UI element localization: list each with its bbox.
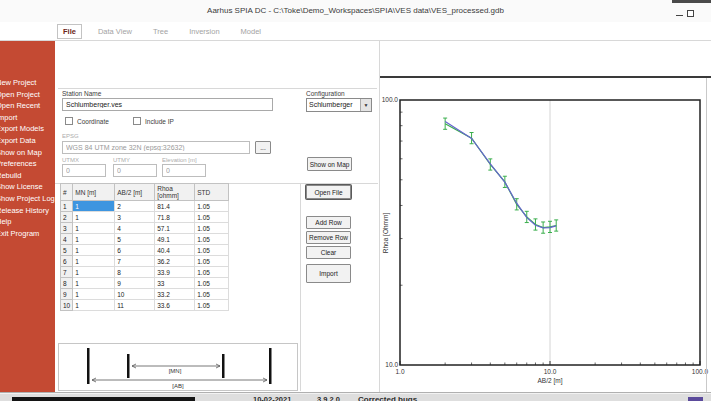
table-cell[interactable]: 1.05 (195, 300, 229, 311)
table-cell[interactable]: 1 (73, 212, 115, 223)
coordinate-checkbox[interactable] (65, 117, 73, 125)
table-cell[interactable]: 1 (73, 289, 115, 300)
sidebar-item-exit-program[interactable]: Exit Program (0, 228, 55, 240)
table-cell[interactable]: 1.05 (195, 223, 229, 234)
table-cell[interactable]: 1 (73, 234, 115, 245)
sidebar-item-rebuild[interactable]: Rebuild (0, 170, 55, 182)
table-cell[interactable]: 1.05 (195, 256, 229, 267)
table-cell[interactable]: 5 (115, 234, 155, 245)
taskbar-fragment (12, 397, 195, 401)
sidebar-item-help[interactable]: Help (0, 216, 55, 228)
table-cell[interactable]: 33 (155, 278, 195, 289)
station-name-label: Station Name (62, 90, 101, 97)
table-cell[interactable]: 1 (73, 267, 115, 278)
tab-data-view[interactable]: Data View (93, 25, 137, 38)
x-axis-title: AB/2 [m] (538, 377, 563, 385)
show-on-map-button[interactable]: Show on Map (307, 157, 352, 171)
tab-model[interactable]: Model (236, 25, 266, 38)
tab-inversion[interactable]: Inversion (184, 25, 224, 38)
clear-button[interactable]: Clear (306, 246, 351, 259)
station-name-input[interactable] (62, 98, 273, 111)
sidebar-item-open-project[interactable]: Open Project (0, 89, 55, 101)
maximize-icon[interactable] (687, 10, 694, 17)
row-header[interactable]: 4 (61, 234, 73, 245)
table-cell[interactable]: 8 (115, 267, 155, 278)
table-row: 11281.41.05 (61, 201, 229, 212)
tab-tree[interactable]: Tree (148, 25, 173, 38)
sidebar-item-preferences[interactable]: Preferences (0, 158, 55, 170)
row-header[interactable]: 10 (61, 300, 73, 311)
table-cell[interactable]: 2 (115, 201, 155, 212)
table-cell[interactable]: 11 (115, 300, 155, 311)
epsg-browse-button[interactable]: ... (255, 141, 271, 154)
background-window-edge (672, 0, 711, 3)
measurement-table[interactable]: #MN [m]AB/2 [m]Rhoa [ohmm]STD11281.41.05… (60, 183, 229, 311)
row-header[interactable]: 5 (61, 245, 73, 256)
minimize-icon[interactable] (676, 15, 683, 16)
sidebar-item-export-models[interactable]: Export Models (0, 123, 55, 135)
table-cell[interactable]: 36.2 (155, 256, 195, 267)
table-cell[interactable]: 1.05 (195, 212, 229, 223)
chevron-down-icon[interactable]: ▼ (360, 99, 371, 111)
row-header[interactable]: 8 (61, 278, 73, 289)
table-cell[interactable]: 1 (73, 300, 115, 311)
ab-arrow (92, 378, 267, 382)
import-button[interactable]: Import (306, 264, 351, 283)
background-window-strip: 10-02-2021 3.9.2.0 Corrected bugs (0, 393, 711, 401)
table-cell[interactable]: 1.05 (195, 245, 229, 256)
table-cell[interactable]: 81.4 (155, 201, 195, 212)
table-cell[interactable]: 33.2 (155, 289, 195, 300)
table-cell[interactable]: 1.05 (195, 201, 229, 212)
table-cell[interactable]: 9 (115, 278, 155, 289)
window-title: Aarhus SPIA DC - C:\Toke\Demo_Workspaces… (0, 6, 711, 15)
electrode-a-bar (87, 348, 90, 384)
sidebar-item-new-project[interactable]: New Project (0, 77, 55, 89)
include-ip-checkbox[interactable] (133, 117, 141, 125)
sidebar-item-export-data[interactable]: Export Data (0, 135, 55, 147)
table-cell[interactable]: 1 (73, 201, 115, 212)
configuration-select[interactable]: Schlumberger ▼ (306, 98, 372, 112)
table-row: 41549.11.05 (61, 234, 229, 245)
table-cell[interactable]: 6 (115, 245, 155, 256)
table-cell[interactable]: 3 (115, 212, 155, 223)
row-header[interactable]: 1 (61, 201, 73, 212)
table-cell[interactable]: 71.8 (155, 212, 195, 223)
sidebar-item-import[interactable]: Import (0, 112, 55, 124)
table-cell[interactable]: 10 (115, 289, 155, 300)
table-cell[interactable]: 1.05 (195, 289, 229, 300)
tab-file[interactable]: File (57, 24, 82, 39)
table-cell[interactable]: 33.6 (155, 300, 195, 311)
table-cell[interactable]: 1 (73, 245, 115, 256)
row-header[interactable]: 6 (61, 256, 73, 267)
table-cell[interactable]: 49.1 (155, 234, 195, 245)
open-file-button[interactable]: Open File (306, 185, 351, 199)
sidebar-item-open-recent[interactable]: Open Recent (0, 100, 55, 112)
table-cell[interactable]: 57.1 (155, 223, 195, 234)
add-row-button[interactable]: Add Row (306, 216, 351, 229)
row-header[interactable]: 7 (61, 267, 73, 278)
sidebar-item-show-on-map[interactable]: Show on Map (0, 147, 55, 159)
table-cell[interactable]: 1 (73, 278, 115, 289)
table-cell[interactable]: 1.05 (195, 278, 229, 289)
table-cell[interactable]: 4 (115, 223, 155, 234)
remove-row-button[interactable]: Remove Row (306, 231, 351, 244)
epsg-label: EPSG (62, 133, 79, 139)
sidebar-item-release-history[interactable]: Release History (0, 205, 55, 217)
row-header[interactable]: 3 (61, 223, 73, 234)
table-cell[interactable]: 40.4 (155, 245, 195, 256)
table-cell[interactable]: 33.9 (155, 267, 195, 278)
row-header[interactable]: 9 (61, 289, 73, 300)
utmy-input (113, 164, 157, 177)
table-cell[interactable]: 7 (115, 256, 155, 267)
table-cell[interactable]: 1.05 (195, 234, 229, 245)
table-cell[interactable]: 1 (73, 223, 115, 234)
elevation-input (162, 164, 206, 177)
background-window-chip (688, 397, 703, 401)
elevation-label: Elevation [m] (162, 157, 197, 163)
table-cell[interactable]: 1 (73, 256, 115, 267)
table-row: 51640.41.05 (61, 245, 229, 256)
row-header[interactable]: 2 (61, 212, 73, 223)
table-cell[interactable]: 1.05 (195, 267, 229, 278)
sidebar-item-show-project-log[interactable]: Show Project Log (0, 193, 55, 205)
sidebar-item-show-license[interactable]: Show License (0, 181, 55, 193)
